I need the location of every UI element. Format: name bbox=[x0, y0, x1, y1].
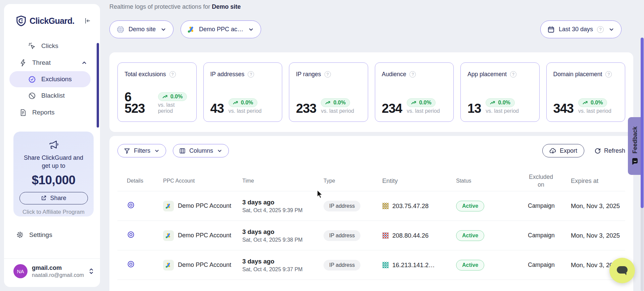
sidebar-item-exclusions[interactable]: Exclusions bbox=[9, 71, 91, 87]
stat-card: App placement 13 0.0% vs. last period bbox=[460, 62, 540, 122]
chat-launcher-button[interactable] bbox=[609, 258, 635, 283]
calendar-icon bbox=[547, 26, 555, 33]
help-icon[interactable] bbox=[597, 26, 604, 33]
type-badge: IP address bbox=[324, 230, 360, 241]
site-selector[interactable]: Demo site bbox=[109, 20, 174, 38]
column-header-excluded-on[interactable]: Excluded on bbox=[521, 173, 561, 189]
account-switcher[interactable]: NA gmail.com naatali.ro@gmail.com bbox=[4, 258, 100, 278]
feedback-tab[interactable]: Feedback bbox=[628, 117, 642, 175]
share-label: Share bbox=[50, 195, 66, 202]
time-absolute: Sat, Oct 4, 2025 9:39 PM bbox=[242, 207, 321, 213]
date-range-value: Last 30 days bbox=[559, 26, 593, 33]
trend-caption: vs. last period bbox=[486, 108, 519, 114]
google-ads-icon bbox=[163, 230, 174, 241]
site-selector-value: Demo site bbox=[129, 26, 156, 33]
stat-value: 13 bbox=[467, 103, 481, 114]
stat-label: App placement bbox=[467, 71, 507, 78]
type-badge: IP address bbox=[324, 201, 360, 211]
trend-badge: 0.0% bbox=[578, 98, 607, 107]
view-details-icon[interactable] bbox=[127, 231, 135, 239]
expires-at-cell: Mon, Nov 3, 2025 bbox=[561, 202, 625, 210]
column-header-ppc-account[interactable]: PPC Account bbox=[161, 178, 240, 184]
stat-card: Total exclusions 6 523 0.0% vs. last per… bbox=[117, 62, 197, 122]
google-ads-icon bbox=[188, 26, 195, 33]
table-toolbar: Filters Columns Export bbox=[117, 144, 625, 157]
sidebar-item-reports[interactable]: Reports bbox=[4, 104, 100, 121]
stat-card: IP addresses 43 0.0% vs. last period bbox=[203, 62, 283, 122]
column-header-status[interactable]: Status bbox=[454, 178, 521, 184]
account-email: naatali.ro@gmail.com bbox=[32, 272, 84, 278]
trend-caption: vs. last period bbox=[578, 108, 611, 114]
status-badge: Active bbox=[456, 201, 484, 211]
table-header-row: Details PPC Account Time Type Entity Sta… bbox=[117, 171, 625, 191]
affiliate-promo-card[interactable]: Share ClickGuard and get up to $10,000 S… bbox=[13, 132, 94, 216]
table-row: 3 days ago bbox=[117, 280, 625, 291]
help-icon[interactable] bbox=[169, 71, 176, 78]
column-header-type[interactable]: Type bbox=[321, 178, 380, 184]
help-icon[interactable] bbox=[510, 71, 516, 78]
trend-caption: vs. last period bbox=[229, 108, 262, 114]
logo-row: ClickGuard. bbox=[4, 4, 100, 26]
cloud-download-icon bbox=[549, 148, 556, 154]
trend-caption: vs. last period bbox=[407, 108, 440, 114]
stat-card: Domain placement 343 0.0% vs. last perio… bbox=[546, 62, 626, 122]
chevron-down-icon bbox=[154, 148, 160, 154]
cursor-click-icon bbox=[28, 42, 36, 50]
help-icon[interactable] bbox=[409, 71, 416, 78]
excluded-on-cell: Campaign bbox=[521, 202, 561, 210]
app-canvas: ClickGuard. Clicks bbox=[0, 0, 644, 291]
stat-label: Audience bbox=[382, 71, 406, 78]
help-icon[interactable] bbox=[325, 71, 331, 78]
share-button[interactable]: Share bbox=[19, 192, 88, 204]
columns-button[interactable]: Columns bbox=[173, 144, 229, 157]
app-title: ClickGuard. bbox=[30, 16, 75, 26]
avatar: NA bbox=[13, 264, 28, 278]
help-icon[interactable] bbox=[605, 71, 612, 78]
trend-badge: 0.0% bbox=[158, 92, 187, 101]
stats-panel: Total exclusions 6 523 0.0% vs. last per… bbox=[109, 52, 633, 132]
time-cell: 3 days ago Sat, Oct 4, 2025 9:39 PM bbox=[240, 199, 321, 213]
view-details-icon[interactable] bbox=[127, 201, 135, 209]
stat-value: 234 bbox=[382, 103, 402, 114]
date-range-selector[interactable]: Last 30 days bbox=[540, 20, 622, 38]
google-ads-icon bbox=[163, 201, 174, 211]
promo-text: Share ClickGuard and get up to bbox=[13, 154, 94, 170]
column-header-details[interactable]: Details bbox=[117, 178, 161, 184]
type-badge: IP address bbox=[324, 260, 360, 271]
selector-row: Demo site Demo PPC ac… bbox=[109, 20, 261, 38]
export-button[interactable]: Export bbox=[542, 144, 584, 157]
prohibit-icon bbox=[28, 92, 36, 100]
promo-amount: $10,000 bbox=[13, 173, 94, 187]
ppc-selector-value: Demo PPC ac… bbox=[199, 26, 243, 33]
entity-cell: 203.75.47.28 bbox=[380, 202, 454, 210]
megaphone-icon bbox=[48, 140, 59, 150]
excluded-on-cell: Campaign bbox=[521, 261, 561, 269]
page-scrollbar-thumb[interactable] bbox=[641, 38, 644, 208]
trend-up-icon bbox=[411, 101, 417, 105]
collapse-sidebar-icon[interactable] bbox=[83, 17, 91, 25]
chevron-up-icon[interactable] bbox=[81, 60, 87, 66]
column-header-expires-at[interactable]: Expires at bbox=[561, 177, 625, 185]
refresh-button[interactable]: Refresh bbox=[594, 147, 625, 154]
google-ads-icon bbox=[163, 260, 174, 271]
column-header-entity[interactable]: Entity bbox=[380, 177, 454, 185]
globe-icon bbox=[116, 26, 125, 34]
help-icon[interactable] bbox=[248, 71, 254, 78]
sidebar-item-clicks[interactable]: Clicks bbox=[4, 38, 100, 54]
sidebar-item-settings[interactable]: Settings bbox=[16, 231, 52, 239]
ppc-account-name: Demo PPC Account bbox=[178, 261, 231, 269]
time-relative: 3 days ago bbox=[242, 228, 321, 236]
sidebar-item-blacklist[interactable]: Blacklist bbox=[4, 87, 100, 104]
external-link-icon bbox=[41, 195, 47, 201]
document-icon bbox=[19, 109, 27, 116]
view-details-icon[interactable] bbox=[127, 260, 135, 268]
filters-button[interactable]: Filters bbox=[117, 144, 166, 157]
column-header-time[interactable]: Time bbox=[240, 178, 321, 184]
chat-bubble-icon bbox=[616, 265, 629, 276]
sidebar-item-threat[interactable]: Threat bbox=[4, 54, 100, 71]
trend-badge: 0.0% bbox=[229, 98, 257, 107]
stat-label: Total exclusions bbox=[125, 71, 166, 78]
ppc-account-selector[interactable]: Demo PPC ac… bbox=[181, 20, 261, 38]
sidebar-scrollbar[interactable] bbox=[97, 43, 99, 128]
trend-caption: vs. last period bbox=[321, 108, 354, 114]
